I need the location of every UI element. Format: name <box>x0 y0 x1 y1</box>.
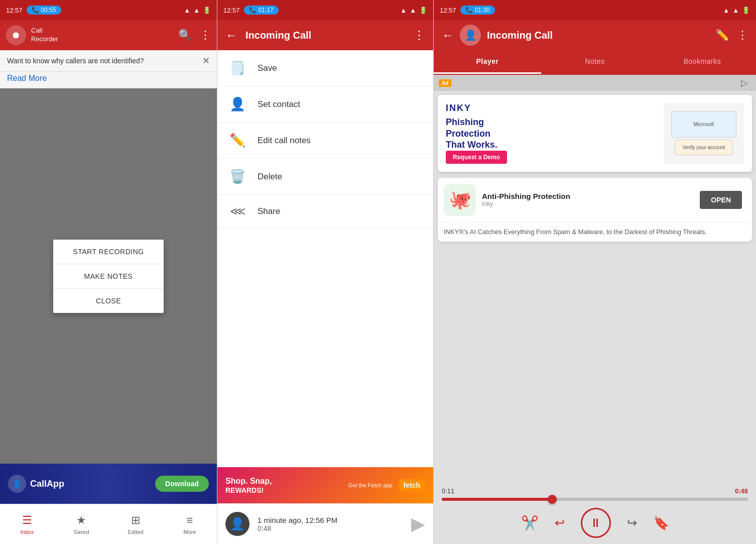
edit-icon-3[interactable]: ✏️ <box>715 29 729 42</box>
close-ad-icon[interactable]: ▷ <box>741 77 748 88</box>
call-info-2: 1 minute ago, 12:56 PM 0:48 <box>258 516 403 532</box>
status-left-1: 12:57 📞 00:55 <box>6 6 61 15</box>
back-button-2[interactable]: ← <box>225 28 237 42</box>
edit-notes-label: Edit call notes <box>258 136 311 146</box>
inky-card-logo: 🐙 <box>444 184 476 216</box>
inky-card-desc: INKY®'s AI Catches Everything From Spam … <box>438 223 752 242</box>
status-bar-3: 12:57 📞 01:30 ▲ ▲ 🔋 <box>434 0 756 20</box>
share-icon: ⋘ <box>229 205 245 218</box>
inbox-icon: ☰ <box>22 514 32 527</box>
phone-icon-2: 📞 <box>249 7 257 14</box>
more-button-2[interactable]: ⋮ <box>413 28 425 42</box>
forward-button[interactable]: ↪ <box>627 516 637 530</box>
ad-banner-1: 👤 CallApp Download <box>0 464 217 504</box>
open-button[interactable]: OPEN <box>700 191 742 209</box>
status-right-1: ▲ ▲ 🔋 <box>184 7 211 14</box>
pause-icon: ⏸ <box>590 516 602 530</box>
inbox-label: Inbox <box>21 529 34 535</box>
start-recording-button[interactable]: START RECORDING <box>53 240 164 264</box>
nav-more[interactable]: ≡ More <box>163 504 217 544</box>
delete-label: Delete <box>258 172 282 182</box>
banner-text-1: Want to know why callers are not identif… <box>7 57 144 65</box>
menu-set-contact[interactable]: 👤 Set contact <box>217 86 433 123</box>
close-button[interactable]: CLOSE <box>53 289 164 313</box>
phone-icon-1: 📞 <box>32 7 39 14</box>
inky-request-demo-button[interactable]: Request a Demo <box>446 151 507 164</box>
make-notes-button[interactable]: MAKE NOTES <box>53 264 164 289</box>
menu-save[interactable]: 🗒️ Save <box>217 50 433 86</box>
panel-2: 12:57 📞 01:17 ▲ ▲ 🔋 ← Incoming Call ⋮ 🗒️… <box>217 0 434 544</box>
progress-fill <box>442 498 552 501</box>
tab-bookmarks[interactable]: Bookmarks <box>649 50 756 74</box>
ad-top-bar: Ad ▷ <box>434 75 756 91</box>
status-bar-2: 12:57 📞 01:17 ▲ ▲ 🔋 <box>217 0 433 20</box>
banner-strip-1: Want to know why callers are not identif… <box>0 50 217 72</box>
menu-delete[interactable]: 🗑️ Delete <box>217 159 433 195</box>
inky-card-brand: Inky <box>482 200 690 207</box>
call-record-bottom: 👤 1 minute ago, 12:56 PM 0:48 ▶ <box>217 503 433 544</box>
caller-avatar-3: 👤 <box>460 25 481 46</box>
download-button[interactable]: Download <box>155 476 209 492</box>
saved-icon: ★ <box>76 514 86 527</box>
inky-app-card: 🐙 Anti-Phishing Protection Inky OPEN INK… <box>438 178 752 242</box>
battery-icon-2: 🔋 <box>419 7 427 14</box>
call-time-ago: 1 minute ago, 12:56 PM <box>258 516 403 524</box>
nav-edited[interactable]: ⊞ Edited <box>108 504 163 544</box>
back-button-3[interactable]: ← <box>442 28 454 42</box>
call-duration-1: 00:55 <box>41 7 56 14</box>
inky-logo: INKY <box>446 103 656 114</box>
pause-button[interactable]: ⏸ <box>581 508 611 538</box>
app-logo-1: ⏺ Call Recorder <box>6 25 58 45</box>
edit-icon: ✏️ <box>229 133 245 148</box>
signal-icon-2: ▲ <box>410 7 416 14</box>
call-pill-3: 📞 01:30 <box>460 6 495 15</box>
inky-ad-visual: Microsoft Verify your account <box>664 103 744 164</box>
fetch-ad-cta: Get the Fetch app <box>348 482 392 489</box>
inky-ad-text: INKY Phishing Protection That Works. Req… <box>446 103 656 164</box>
toolbar-icons-1: 🔍 ⋮ <box>178 29 211 42</box>
call-duration-record: 0:48 <box>258 524 403 532</box>
menu-list-2: 🗒️ Save 👤 Set contact ✏️ Edit call notes… <box>217 50 433 467</box>
toolbar-title-3: Incoming Call <box>487 30 709 41</box>
signal-icon-3: ▲ <box>732 7 739 14</box>
progress-bar[interactable] <box>442 498 748 501</box>
read-more-link-1[interactable]: Read More <box>7 74 47 82</box>
play-button-2[interactable]: ▶ <box>411 513 425 534</box>
player-controls-area: 0:11 0:48 ✂️ ↩ ⏸ ↪ 🔖 <box>434 481 756 544</box>
nav-saved[interactable]: ★ Saved <box>54 504 108 544</box>
more-nav-icon: ≡ <box>187 514 193 527</box>
bottom-nav-1: ☰ Inbox ★ Saved ⊞ Edited ≡ More <box>0 504 217 544</box>
save-label: Save <box>258 63 277 73</box>
tabs-3: Player Notes Bookmarks <box>434 50 756 75</box>
fetch-ad-text: Shop. Snap, REWARDS! <box>225 476 342 494</box>
search-icon-1[interactable]: 🔍 <box>178 29 192 42</box>
nav-inbox[interactable]: ☰ Inbox <box>0 504 54 544</box>
menu-share[interactable]: ⋘ Share <box>217 195 433 229</box>
panel-3: 12:57 📞 01:30 ▲ ▲ 🔋 ← 👤 Incoming Call ✏️… <box>434 0 756 544</box>
more-icon-3[interactable]: ⋮ <box>737 29 748 42</box>
tab-notes[interactable]: Notes <box>541 50 649 74</box>
battery-icon-1: 🔋 <box>203 7 211 14</box>
fetch-ad-headline: Shop. Snap, <box>225 476 342 486</box>
set-contact-label: Set contact <box>258 99 300 110</box>
tab-player[interactable]: Player <box>434 50 541 74</box>
wifi-icon-1: ▲ <box>184 7 190 14</box>
battery-icon-3: 🔋 <box>742 7 750 14</box>
bookmark-button[interactable]: 🔖 <box>653 515 669 531</box>
call-duration-2: 01:17 <box>259 7 274 14</box>
save-icon: 🗒️ <box>229 60 245 76</box>
menu-edit-notes[interactable]: ✏️ Edit call notes <box>217 123 433 159</box>
fetch-ad-banner[interactable]: Shop. Snap, REWARDS! Get the Fetch app f… <box>217 467 433 503</box>
toolbar-title-2: Incoming Call <box>245 30 405 41</box>
wifi-icon-2: ▲ <box>400 7 407 14</box>
cut-button[interactable]: ✂️ <box>521 515 539 531</box>
player-controls: ✂️ ↩ ⏸ ↪ 🔖 <box>442 508 748 538</box>
progress-thumb[interactable] <box>548 495 557 504</box>
contact-icon: 👤 <box>229 96 245 112</box>
close-x-1[interactable]: ✕ <box>202 55 210 66</box>
inky-card-title: Anti-Phishing Protection <box>482 192 690 200</box>
rewind-button[interactable]: ↩ <box>555 516 565 530</box>
panel-1: 12:57 📞 00:55 ▲ ▲ 🔋 ⏺ Call Recorder 🔍 ⋮ … <box>0 0 217 544</box>
wifi-icon-3: ▲ <box>723 7 729 14</box>
more-icon-1[interactable]: ⋮ <box>200 29 211 42</box>
